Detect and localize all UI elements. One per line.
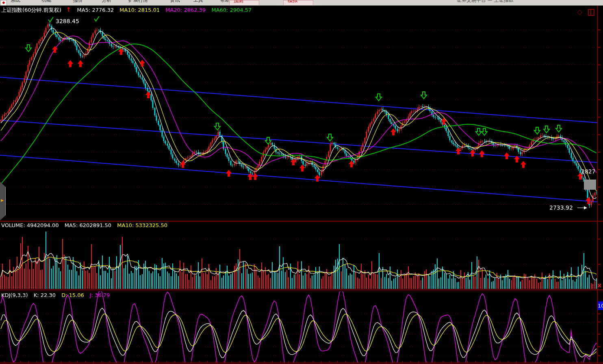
- menu-item-simulate[interactable]: 模拟: [283, 0, 313, 6]
- menu-item-tools[interactable]: 工具: [193, 0, 203, 2]
- ma10-value: MA10: 2815.01: [119, 7, 160, 13]
- menu-item-system[interactable]: 系统: [11, 0, 20, 2]
- menu-right-text: 证券交易平台 — 上证指数: [457, 0, 514, 2]
- volume-header: VOLUME: 4942094.00 MA5: 6202891.50 MA10:…: [1, 222, 171, 228]
- kdj-title: KDJ(9,3,3): [1, 292, 28, 298]
- signal-up-icon: ↑: [66, 6, 72, 13]
- main-chart-header: 上证指数(60分钟.前复权)↑ MA5: 2776.32 MA10: 2815.…: [1, 7, 256, 13]
- menu-item-analysis[interactable]: 分析: [102, 0, 111, 2]
- menu-item-quote[interactable]: 报价: [73, 0, 83, 2]
- volume-ma10-value: MA10: 5332325.50: [117, 222, 167, 228]
- menu-item-forecast-label: 预测: [234, 0, 243, 3]
- menu-item-help[interactable]: 帮助: [220, 0, 230, 2]
- app-icon[interactable]: ◆: [0, 0, 7, 6]
- kdj-scale-badge: 100: [598, 301, 603, 310]
- menu-item-function[interactable]: 功能: [41, 0, 51, 2]
- main-chart-canvas[interactable]: [0, 0, 603, 364]
- kdj-j-value: J: 36.79: [90, 292, 110, 298]
- menu-bar: ◆ 系统 功能 报价 分析 扩展行情 资讯 工具 帮助 预测 模拟 证券交易平台…: [0, 0, 603, 6]
- window-icons: ◇: [577, 8, 582, 16]
- high-price-label: 3288.45: [56, 18, 79, 24]
- right-edge-price-label: 2827.9: [581, 169, 595, 175]
- menu-item-simulate-label: 模拟: [288, 0, 297, 3]
- chart-title: 上证指数(60分钟.前复权): [1, 7, 61, 13]
- kdj-d-value: D: 15.06: [61, 292, 84, 298]
- menu-item-ext-market[interactable]: 扩展行情: [128, 0, 148, 2]
- menu-item-forecast[interactable]: 预测: [229, 0, 259, 6]
- split-pane-icon[interactable]: [588, 9, 594, 16]
- low-price-label: 2733.92: [549, 205, 573, 211]
- axis-drag-handle[interactable]: [584, 180, 596, 190]
- volume-ma5-value: MA5: 6202891.50: [65, 222, 111, 228]
- sidebar-expand-handle[interactable]: ▶: [0, 182, 6, 221]
- trading-terminal: ◆ 系统 功能 报价 分析 扩展行情 资讯 工具 帮助 预测 模拟 证券交易平台…: [0, 0, 603, 364]
- ma5-value: MA5: 2776.32: [77, 7, 114, 13]
- diamond-icon[interactable]: ◇: [577, 8, 582, 16]
- menu-item-info[interactable]: 资讯: [170, 0, 180, 2]
- ma60-value: MA60: 2904.57: [211, 7, 252, 13]
- close-pane-icon[interactable]: ×: [597, 282, 602, 289]
- ma20-value: MA20: 2862.39: [165, 7, 206, 13]
- volume-value: VOLUME: 4942094.00: [1, 222, 59, 228]
- kdj-header: KDJ(9,3,3) K: 22.30 D: 15.06 J: 36.79: [1, 292, 114, 298]
- expand-arrow-icon: ▶: [1, 198, 4, 203]
- kdj-k-value: K: 22.30: [34, 292, 56, 298]
